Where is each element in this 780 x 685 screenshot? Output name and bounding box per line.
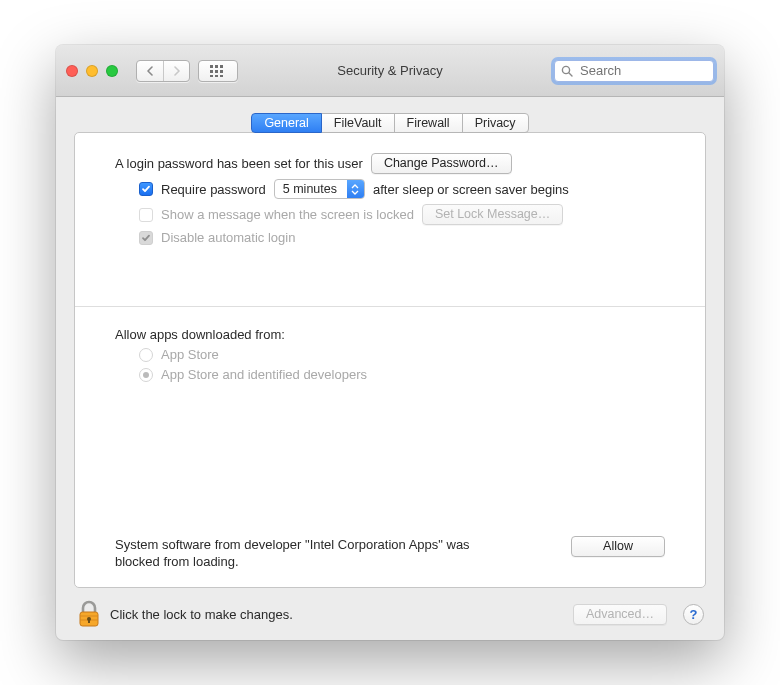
svg-line-10 xyxy=(569,73,572,76)
radio-app-store-label: App Store xyxy=(161,347,219,362)
svg-rect-3 xyxy=(210,70,213,73)
blocked-software-text: System software from developer "Intel Co… xyxy=(115,536,495,571)
footer: Click the lock to make changes. Advanced… xyxy=(56,588,724,640)
svg-rect-15 xyxy=(88,619,90,623)
svg-rect-1 xyxy=(215,65,218,68)
delay-popup[interactable]: 5 minutes xyxy=(274,179,365,199)
require-password-checkbox[interactable] xyxy=(139,182,153,196)
password-set-text: A login password has been set for this u… xyxy=(115,156,363,171)
close-button[interactable] xyxy=(66,65,78,77)
tab-bar: General FileVault Firewall Privacy xyxy=(74,113,706,133)
tab-general[interactable]: General xyxy=(251,113,321,133)
minimize-button[interactable] xyxy=(86,65,98,77)
divider xyxy=(75,306,705,307)
radio-identified-label: App Store and identified developers xyxy=(161,367,367,382)
search-field[interactable] xyxy=(554,60,714,82)
nav-back-forward xyxy=(136,60,190,82)
require-password-label: Require password xyxy=(161,182,266,197)
tab-filevault[interactable]: FileVault xyxy=(321,113,395,133)
radio-identified-developers xyxy=(139,368,153,382)
show-message-checkbox xyxy=(139,208,153,222)
svg-rect-8 xyxy=(220,75,223,77)
delay-value: 5 minutes xyxy=(283,182,337,196)
search-icon xyxy=(561,65,573,77)
preferences-window: Security & Privacy General FileVault Fir… xyxy=(56,45,724,640)
allow-apps-heading: Allow apps downloaded from: xyxy=(115,327,285,342)
help-button[interactable]: ? xyxy=(683,604,704,625)
lock-text: Click the lock to make changes. xyxy=(110,607,293,622)
disable-auto-login-label: Disable automatic login xyxy=(161,230,295,245)
tab-privacy[interactable]: Privacy xyxy=(462,113,529,133)
show-all-button[interactable] xyxy=(198,60,238,82)
back-button[interactable] xyxy=(137,61,163,81)
change-password-button[interactable]: Change Password… xyxy=(371,153,512,174)
allow-button[interactable]: Allow xyxy=(571,536,665,557)
svg-rect-4 xyxy=(215,70,218,73)
forward-button[interactable] xyxy=(163,61,189,81)
toolbar: Security & Privacy xyxy=(56,45,724,97)
search-input[interactable] xyxy=(578,62,707,79)
svg-rect-7 xyxy=(215,75,218,77)
zoom-button[interactable] xyxy=(106,65,118,77)
after-sleep-text: after sleep or screen saver begins xyxy=(373,182,569,197)
svg-rect-6 xyxy=(210,75,213,77)
content-area: General FileVault Firewall Privacy A log… xyxy=(56,97,724,588)
grid-icon xyxy=(210,65,226,77)
svg-rect-0 xyxy=(210,65,213,68)
show-message-label: Show a message when the screen is locked xyxy=(161,207,414,222)
radio-app-store xyxy=(139,348,153,362)
lock-button[interactable] xyxy=(76,600,100,628)
chevron-up-down-icon xyxy=(347,180,364,198)
svg-rect-5 xyxy=(220,70,223,73)
set-lock-message-button: Set Lock Message… xyxy=(422,204,563,225)
window-controls xyxy=(66,65,118,77)
tab-firewall[interactable]: Firewall xyxy=(394,113,463,133)
general-panel: A login password has been set for this u… xyxy=(74,132,706,588)
lock-icon xyxy=(76,600,102,630)
help-icon: ? xyxy=(690,607,698,622)
advanced-button: Advanced… xyxy=(573,604,667,625)
disable-auto-login-checkbox xyxy=(139,231,153,245)
svg-rect-2 xyxy=(220,65,223,68)
